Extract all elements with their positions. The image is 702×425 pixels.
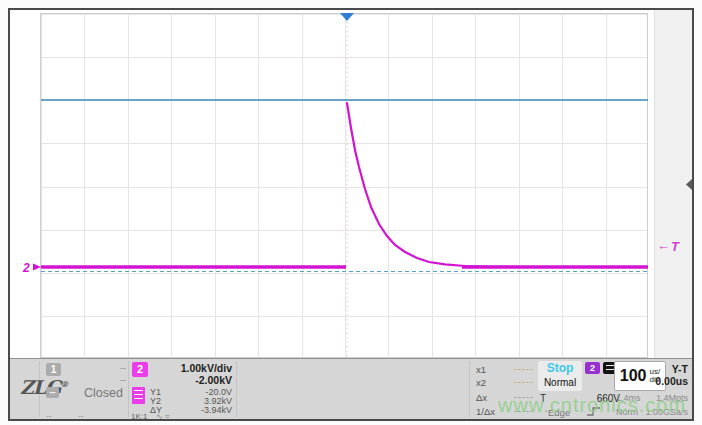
ch2-ground-arrow-icon xyxy=(33,264,41,271)
ch1-value-1: -- xyxy=(98,363,126,373)
cursor-x1-label: x1 xyxy=(476,364,486,375)
ch1-value-2: -- xyxy=(98,375,126,385)
menu-collapse-icon[interactable] xyxy=(686,178,692,191)
ch1-sub-badge: -- xyxy=(46,387,59,398)
cursor-dx-label: Δx xyxy=(476,392,487,403)
ch2-offset: -2.00kV xyxy=(150,374,232,386)
cursor-invdx-label: 1/Δx xyxy=(476,406,495,417)
ch2-coupling-icon xyxy=(132,387,145,404)
ch2-trace-decay xyxy=(347,103,520,267)
ch1-footer-2: -- xyxy=(78,411,83,420)
ch1-badge[interactable]: 1 xyxy=(46,363,61,376)
trigger-position-icon[interactable] xyxy=(340,13,354,21)
scope-screen: 2 ← T ZLG® 1 -- -- -- Closed -- -- 2 1.0… xyxy=(8,8,694,421)
zlg-logo: ZLG® xyxy=(20,376,68,398)
ch2-coupling-glyphs: ∿ ≈ xyxy=(156,412,169,421)
ch1-footer-1: -- xyxy=(46,411,51,420)
run-state-box[interactable]: Stop Normal xyxy=(538,361,582,391)
run-state[interactable]: Stop xyxy=(538,361,582,376)
watermark: www.cntronics.com xyxy=(498,394,686,417)
cursor-x2-value: ----- xyxy=(508,377,534,387)
trigger-mode[interactable]: Normal xyxy=(538,376,582,389)
trigger-level-arrow-icon[interactable]: ← xyxy=(657,238,670,253)
cursor-x2-label: x2 xyxy=(476,377,486,388)
trigger-level-label: T xyxy=(671,239,680,254)
cursor-x1-value: ----- xyxy=(508,364,534,374)
ch2-scale: 1.00kV/div xyxy=(150,362,232,374)
waveform-overlay: 2 ← T xyxy=(10,10,692,358)
ch2-badge[interactable]: 2 xyxy=(132,362,148,377)
ch1-state: Closed xyxy=(84,386,123,400)
display-mode: Y-T xyxy=(650,363,688,375)
trigger-delay: 0.00us xyxy=(644,375,688,387)
timebase-value: 100 xyxy=(620,367,647,385)
waveform-area: 2 ← T xyxy=(10,10,692,358)
ch2-probe-ratio: 1K:1 xyxy=(131,412,147,421)
ch2-ground-marker[interactable]: 2 xyxy=(22,261,30,275)
trigger-source-badge[interactable]: 2 xyxy=(585,362,600,374)
cursor-dy-value: -3.94kV xyxy=(170,405,232,415)
